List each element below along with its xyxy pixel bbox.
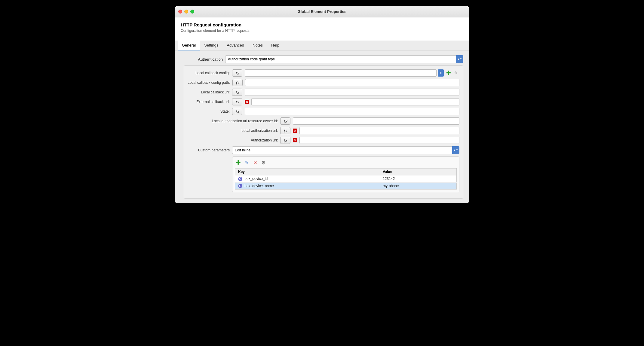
fx-button-local-auth-url-owner[interactable]: ƒx: [280, 117, 290, 125]
row-value-cell: my-phone: [380, 182, 456, 190]
tab-settings[interactable]: Settings: [200, 41, 222, 50]
titlebar: Global Element Properties: [175, 6, 469, 17]
params-edit-btn[interactable]: ✎: [243, 159, 250, 166]
local-auth-url-label: Local authorization url:: [188, 129, 278, 133]
state-row: State: ƒx: [188, 108, 459, 115]
auth-url-label: Authorization url:: [188, 138, 278, 142]
local-callback-config-path-label: Local callback config path:: [188, 80, 230, 85]
close-button[interactable]: [178, 10, 182, 14]
custom-params-select-wrapper: Edit inline: [232, 146, 459, 154]
local-callback-url-label: Local callback url:: [188, 90, 230, 94]
custom-params-select[interactable]: Edit inline: [232, 146, 459, 154]
authentication-select-wrapper: Authorization code grant type: [225, 55, 463, 63]
local-auth-url-owner-row: Local authorization url resource owner i…: [188, 117, 459, 125]
local-callback-config-input-group: ⬍ ✚ ✎: [245, 69, 459, 77]
fx-button-auth-url[interactable]: ƒx: [280, 137, 290, 144]
fx-button-local-callback-url[interactable]: ƒx: [232, 89, 242, 96]
local-auth-url-owner-input[interactable]: [293, 117, 459, 125]
custom-params-label: Custom parameters: [188, 148, 230, 152]
col-key: Key: [235, 168, 380, 175]
fx-button-state[interactable]: ƒx: [232, 108, 242, 115]
table-row[interactable]: C box_device_name my-phone: [235, 182, 457, 190]
state-label: State:: [188, 109, 230, 114]
tab-general[interactable]: General: [178, 41, 200, 50]
external-callback-url-label: External callback url:: [188, 100, 230, 104]
tab-notes[interactable]: Notes: [248, 41, 267, 50]
traffic-lights: [178, 10, 194, 14]
fx-button-local-callback-config[interactable]: ƒx: [232, 69, 242, 77]
col-value: Value: [380, 168, 456, 175]
local-callback-config-path-row: Local callback config path: ƒx: [188, 79, 459, 86]
circle-icon-2: C: [238, 184, 242, 188]
authentication-select[interactable]: Authorization code grant type: [225, 55, 463, 63]
params-table: Key Value C box_device_id 123142: [235, 168, 457, 190]
auth-url-red-x: ✕: [293, 138, 297, 142]
local-callback-config-label: Local callback config:: [188, 71, 230, 75]
auth-url-row: Authorization url: ƒx ✕: [188, 137, 459, 144]
header-title: HTTP Request configuration: [181, 22, 463, 27]
row-key-cell: C box_device_name: [235, 182, 380, 190]
params-delete-btn[interactable]: ✕: [252, 159, 258, 166]
local-auth-url-row: Local authorization url: ƒx ✕: [188, 127, 459, 134]
window-title: Global Element Properties: [298, 9, 347, 14]
content-area: Authentication Authorization code grant …: [175, 50, 469, 203]
tab-advanced[interactable]: Advanced: [222, 41, 248, 50]
tab-help[interactable]: Help: [267, 41, 284, 50]
local-callback-config-edit-btn[interactable]: ✎: [453, 70, 459, 76]
external-callback-url-input[interactable]: [251, 98, 459, 105]
row-key-cell: C box_device_id: [235, 175, 380, 183]
external-callback-url-row: External callback url: ƒx ✕: [188, 98, 459, 105]
custom-params-panel: ✚ ✎ ✕ ⚙ Key Value C: [232, 156, 459, 192]
auth-url-input[interactable]: [299, 137, 459, 144]
header-subtitle: Configuration element for a HTTP request…: [181, 29, 463, 33]
fx-button-local-auth-url[interactable]: ƒx: [280, 127, 290, 134]
local-auth-url-red-x: ✕: [293, 129, 297, 133]
row-value-cell: 123142: [380, 175, 456, 183]
params-settings-btn[interactable]: ⚙: [260, 159, 267, 166]
fx-button-external-callback-url[interactable]: ƒx: [232, 98, 242, 105]
local-callback-url-row: Local callback url: ƒx: [188, 89, 459, 96]
params-add-btn[interactable]: ✚: [235, 159, 241, 166]
local-auth-url-input[interactable]: [299, 127, 459, 134]
tabs-container: General Settings Advanced Notes Help: [175, 41, 469, 50]
local-callback-url-input[interactable]: [245, 89, 459, 96]
local-callback-config-path-input[interactable]: [245, 79, 459, 86]
table-row[interactable]: C box_device_id 123142: [235, 175, 457, 183]
local-callback-config-input[interactable]: [245, 69, 437, 77]
minimize-button[interactable]: [184, 10, 188, 14]
circle-icon-1: C: [238, 177, 242, 181]
state-input[interactable]: [245, 108, 459, 115]
fx-button-local-callback-config-path[interactable]: ƒx: [232, 79, 243, 86]
params-toolbar: ✚ ✎ ✕ ⚙: [235, 159, 457, 166]
local-callback-config-arrows[interactable]: ⬍: [438, 69, 444, 77]
external-callback-url-red-x: ✕: [245, 100, 249, 104]
local-auth-url-owner-label: Local authorization url resource owner i…: [188, 119, 278, 123]
local-callback-config-add-btn[interactable]: ✚: [445, 70, 452, 76]
window-body: HTTP Request configuration Configuration…: [175, 17, 469, 41]
authentication-row: Authentication Authorization code grant …: [181, 55, 463, 63]
local-callback-config-row: Local callback config: ƒx ⬍ ✚ ✎: [188, 69, 459, 77]
custom-params-row: Custom parameters Edit inline: [188, 146, 459, 154]
authentication-label: Authentication: [181, 57, 223, 62]
header-section: HTTP Request configuration Configuration…: [181, 22, 463, 33]
maximize-button[interactable]: [190, 10, 194, 14]
